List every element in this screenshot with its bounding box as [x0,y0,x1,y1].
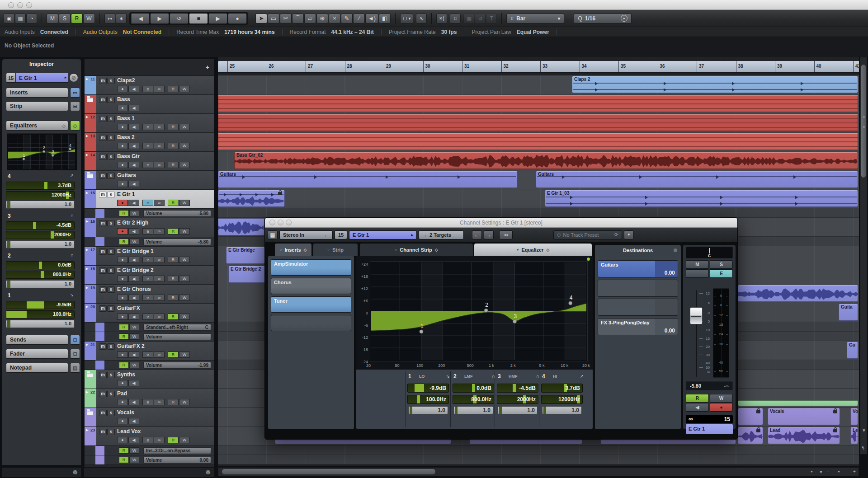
monitor-button[interactable]: ◀ [128,437,139,443]
eq-point-4[interactable] [569,301,572,305]
lane-write-button[interactable]: W [129,210,139,216]
record-enable-button[interactable]: ● [117,162,128,168]
region[interactable] [738,400,858,406]
track-row-e-gtr-1[interactable]: ▶15msE Gtr 1●◀e∞RW [85,190,214,209]
glue-tool[interactable]: ⌒ [292,14,304,23]
lane-write-button[interactable]: W [129,324,139,330]
automation-lane[interactable]: RWIns..3:Di...on-Bypass [85,446,214,455]
track-color-handle[interactable]: ▶13 [85,133,96,151]
read-button[interactable]: R [168,124,179,130]
eq-band-3-freq[interactable]: 2000Hz [6,231,75,239]
track-color-handle[interactable]: ▶17 [85,247,96,265]
setup-button[interactable]: ▦ [15,14,26,23]
monitor-button[interactable]: ◀ [128,380,139,386]
lane-parameter-field[interactable]: Volume-5.80 [143,239,211,245]
region-bass-gtr_02[interactable]: Bass Gtr_02 [234,152,858,169]
tab-strip[interactable]: ○Strip [313,244,358,256]
lane-parameter-field[interactable]: Volume-5.80 [143,210,211,217]
freeze-button[interactable]: ∞ [154,257,165,263]
go-previous-button[interactable]: ◀ [131,13,150,24]
freeze-button[interactable]: ∞ [154,314,165,320]
cycle-button[interactable]: ↺ [170,13,189,24]
automation-lane[interactable]: RWVolume-5.80 [85,237,214,247]
region-vo[interactable]: Vo [850,408,858,425]
monitor-button[interactable]: ◀ [128,351,139,358]
mute-button[interactable]: m [99,305,107,312]
monitor-button[interactable]: ◀ [686,403,709,412]
draw-tool[interactable]: ✎ [341,14,353,23]
solo-button[interactable]: s [107,97,115,103]
lane-parameter-field[interactable]: Volume0.00 [143,457,211,464]
lane-read-button[interactable]: R [119,362,129,368]
track-color-handle[interactable]: ▶21 [85,342,96,360]
eq-point-1[interactable] [23,158,25,160]
mute-button[interactable]: m [99,192,107,198]
write-button[interactable]: W [179,295,190,301]
region-vocals[interactable]: Vocals [768,408,840,425]
track-row-guitarfx-2[interactable]: ▶21msGuitarFX 2●◀e∞RW [85,342,214,361]
region-guita[interactable]: Guita [839,304,858,321]
global-s-button[interactable]: S [59,14,71,23]
solo-button[interactable]: s [107,343,115,350]
snap-grid-button[interactable]: ⌗ [450,14,461,23]
solo-button[interactable]: s [107,192,115,198]
eq-graph[interactable]: 1234+24+18+12+60-6-12-18-242050100200500… [356,256,593,370]
eq-band-1-gain[interactable]: -9.9dB [6,301,75,309]
monitor-button[interactable]: ◀ [128,276,139,282]
track-color-handle[interactable]: ▶12 [85,114,96,132]
autoscroll-follow-icon[interactable]: ↦ [104,14,115,23]
record-enable-button[interactable]: ● [117,276,128,282]
eq-band-3-q[interactable]: 1.0 [6,240,75,248]
tab-inserts[interactable]: ○Inserts◇ [275,244,311,256]
write-button[interactable]: W [179,437,190,443]
solo-button[interactable]: s [107,267,115,274]
listen-button[interactable] [686,269,709,278]
zoom-tool[interactable]: ⊕ [316,14,328,23]
freeze-button[interactable]: ∞ [154,351,165,358]
region-e-gtr-1_03[interactable]: E Gtr 1_03 [545,190,858,207]
monitor-button[interactable]: ◀ [128,228,139,234]
edit-channel-button[interactable]: e [142,257,153,263]
track-color-handle[interactable]: ▶15 [85,190,96,208]
inspector-section-equalizers[interactable]: Equalizers◇ [6,121,68,131]
read-button[interactable]: R [686,394,709,403]
edit-channel-button[interactable]: e [142,200,153,206]
stop-button[interactable]: ■ [189,13,208,24]
track-color-handle[interactable]: ▶20 [85,304,96,322]
lane-parameter-field[interactable]: Volume-1.99 [143,362,211,369]
mute-button[interactable]: m [99,410,107,416]
vertical-scrollbar[interactable]: ▼ – ● + [860,57,867,455]
eq-band-4-q[interactable]: 1.0 [6,201,75,209]
monitor-button[interactable]: ◀ [128,200,139,206]
split-tool[interactable]: ✂ [280,14,292,23]
eq-band-2-q[interactable]: 1.0 [6,280,75,288]
write-button[interactable]: W [179,276,190,282]
solo-button[interactable]: s [107,154,115,160]
go-next-button[interactable]: ▶ [150,13,169,24]
channel-number-field[interactable]: 15 [335,230,347,239]
lane-write-button[interactable]: W [129,447,139,454]
monitor-button[interactable]: ◀ [128,418,139,424]
monitor-button[interactable]: ◀ [128,257,139,263]
track-number-box[interactable]: 15 [6,73,16,83]
solo-button[interactable]: s [107,429,115,435]
write-button[interactable]: W [179,399,190,405]
band-gain-knob[interactable]: 3.7dB [541,384,583,393]
global-r-button[interactable]: R [71,14,83,23]
record-enable-button[interactable]: ● [117,143,128,149]
edit-channel-button[interactable]: e [142,143,153,149]
region[interactable] [218,114,858,131]
track-color-handle[interactable]: ▶18 [85,266,96,284]
mute-button[interactable]: m [99,286,107,293]
global-w-button[interactable]: W [83,14,95,23]
eq-point-1[interactable] [420,330,423,333]
freeze-button[interactable]: ∞ [154,86,165,92]
eq-point-2[interactable] [43,150,45,153]
eq-power-dot[interactable] [587,258,590,261]
eq-point-4[interactable] [69,148,71,150]
channel-name-field[interactable]: E Gtr 1 ▸ [349,230,417,239]
record-enable-button[interactable]: ● [117,418,128,424]
record-enable-button[interactable]: ● [117,437,128,443]
mute-button[interactable]: m [99,116,107,122]
band-freq-knob[interactable]: 2000Hz [497,395,538,404]
